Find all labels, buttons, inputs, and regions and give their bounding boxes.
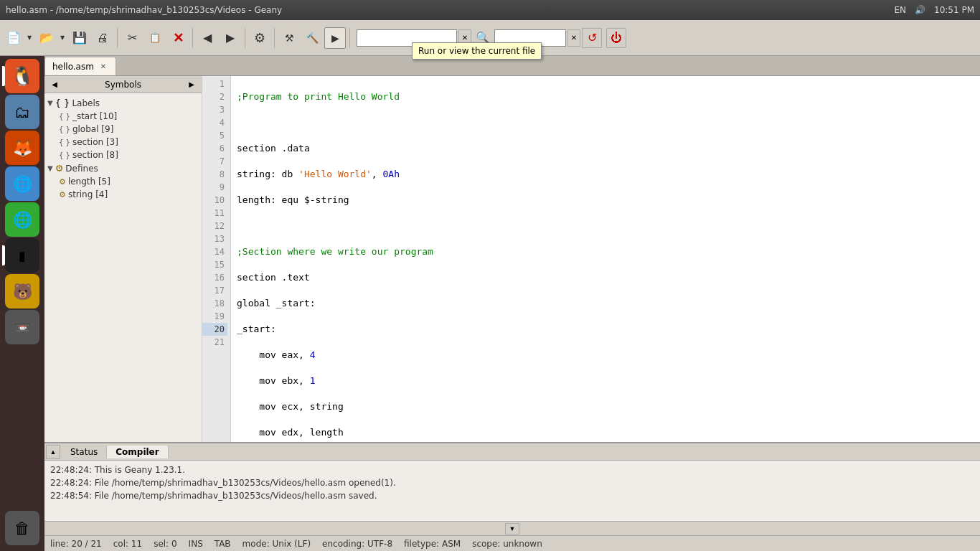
- status-tab[interactable]: Status: [62, 446, 107, 458]
- tree-section8-item[interactable]: { } section [8]: [56, 149, 202, 161]
- compile-button[interactable]: ⚒: [278, 27, 300, 49]
- code-line-11: mov eax, 4: [237, 349, 974, 362]
- line-15: 15: [202, 258, 227, 271]
- log-line-1: 22:48:24: This is Geany 1.23.1.: [50, 463, 974, 476]
- status-col: col: 11: [113, 539, 142, 549]
- build-button[interactable]: 🔨: [301, 27, 323, 49]
- bottom-log: 22:48:24: This is Geany 1.23.1. 22:48:24…: [44, 461, 980, 521]
- bottom-panel: ▲ Status Compiler 22:48:24: This is Gean…: [44, 442, 980, 535]
- run-button[interactable]: ▶: [324, 27, 346, 49]
- paste-button[interactable]: 📋: [144, 27, 166, 49]
- terminal-icon[interactable]: ▮: [5, 238, 39, 273]
- code-line-3: section .data: [237, 142, 974, 155]
- titlebar-left: hello.asm - /home/temp/shrimadhav_b13025…: [6, 5, 282, 15]
- tab-label: hello.asm: [52, 62, 94, 72]
- defines-expand-icon: ▼: [47, 164, 53, 172]
- sep1: [117, 28, 118, 48]
- tree-global-item[interactable]: { } global [9]: [56, 123, 202, 136]
- content-area: 🐧 🗂 🦊 🌐 🌐 ▮ 🐻 📼: [0, 56, 980, 551]
- line-numbers: 1 2 3 4 5 6 7 8 9 10 11 12 13: [202, 76, 231, 442]
- tree-string-item[interactable]: ⚙ string [4]: [56, 188, 202, 201]
- log-line-2: 22:48:24: File /home/temp/shrimadhav_b13…: [50, 476, 974, 489]
- tree-section3-item[interactable]: { } section [3]: [56, 136, 202, 149]
- line-14: 14: [202, 245, 227, 258]
- keyboard-indicator: EN: [894, 5, 906, 15]
- code-line-2: [237, 116, 974, 129]
- print-button[interactable]: 🖨: [92, 27, 113, 49]
- code-content[interactable]: ;Program to print Hello World section .d…: [231, 76, 980, 442]
- bottom-scroll-down-bar[interactable]: ▼: [44, 521, 980, 535]
- line-5: 5: [202, 129, 227, 142]
- symbols-panel: ◀ Symbols ▶ ▼ { } Labels { }: [44, 76, 202, 442]
- tree-defines-group[interactable]: ▼ ⚙ Defines: [44, 161, 202, 175]
- trash-icon[interactable]: 🗑: [5, 511, 39, 545]
- tree-length-item[interactable]: ⚙ length [5]: [56, 175, 202, 188]
- line-11: 11: [202, 207, 227, 220]
- line-12: 12: [202, 220, 227, 232]
- panels-row: ◀ Symbols ▶ ▼ { } Labels { }: [44, 76, 980, 442]
- app: 📄 ▼ 📂 ▼ 💾 🖨 ✂ 📋 ✕ ◀ ▶ ⚙ ⚒ 🔨 ▶ ✕ 🔍: [0, 20, 980, 551]
- sep3: [245, 28, 245, 48]
- compiler-tab[interactable]: Compiler: [107, 446, 168, 458]
- new-button[interactable]: 📄: [3, 27, 24, 49]
- sep5: [349, 28, 350, 48]
- line-8: 8: [202, 168, 227, 181]
- new-dropdown-arrow[interactable]: ▼: [24, 27, 34, 49]
- bear-icon[interactable]: 🐻: [5, 274, 39, 309]
- open-button[interactable]: 📂: [36, 27, 57, 49]
- sep2: [192, 28, 193, 48]
- code-line-8: section .text: [237, 271, 974, 284]
- replace-clear-button[interactable]: ✕: [567, 29, 580, 47]
- line-2: 2: [202, 90, 227, 103]
- line-20: 20: [202, 323, 227, 336]
- defines-children: ⚙ length [5] ⚙ string [4]: [44, 175, 202, 201]
- tree-start-item[interactable]: { } _start [10]: [56, 110, 202, 123]
- replace-go-button[interactable]: ↺: [582, 28, 602, 48]
- line-10: 10: [202, 194, 227, 207]
- symbols-left-arrow[interactable]: ◀: [49, 79, 60, 90]
- back-button[interactable]: ◀: [197, 27, 218, 49]
- save-button[interactable]: 💾: [69, 27, 90, 49]
- editor[interactable]: 1 2 3 4 5 6 7 8 9 10 11 12 13: [202, 76, 980, 442]
- code-line-4: string: db 'Hello World', 0Ah: [237, 168, 974, 181]
- line-1: 1: [202, 77, 227, 90]
- line-13: 13: [202, 232, 227, 245]
- status-mode: mode: Unix (LF): [242, 539, 311, 549]
- titlebar-right: EN 🔊 10:51 PM: [894, 5, 974, 15]
- run-tooltip: Run or view the current file: [412, 42, 542, 60]
- bottom-scroll-down[interactable]: ▼: [505, 523, 519, 534]
- open-dropdown-arrow[interactable]: ▼: [57, 27, 67, 49]
- ubuntu-icon[interactable]: 🐧: [5, 59, 39, 93]
- titlebar: hello.asm - /home/temp/shrimadhav_b13025…: [0, 0, 980, 20]
- symbols-right-arrow[interactable]: ▶: [186, 79, 197, 90]
- code-line-13: mov ecx, string: [237, 400, 974, 413]
- media-icon[interactable]: 📼: [5, 310, 39, 344]
- code-line-10: _start:: [237, 323, 974, 336]
- delete-button[interactable]: ✕: [167, 27, 189, 49]
- files-icon[interactable]: 🗂: [5, 95, 39, 129]
- editor-area: hello.asm ✕ ◀ Symbols ▶ ▼: [44, 56, 980, 551]
- line-9: 9: [202, 181, 227, 194]
- new-button-group[interactable]: 📄 ▼: [3, 27, 34, 49]
- open-button-group[interactable]: 📂 ▼: [36, 27, 67, 49]
- tab-hello-asm[interactable]: hello.asm ✕: [44, 57, 116, 75]
- status-sel: sel: 0: [154, 539, 176, 549]
- firefox-icon[interactable]: 🦊: [5, 131, 39, 165]
- tab-close-button[interactable]: ✕: [98, 62, 108, 72]
- chrome1-icon[interactable]: 🌐: [5, 166, 39, 201]
- chrome2-icon[interactable]: 🌐: [5, 202, 39, 237]
- forward-button[interactable]: ▶: [220, 27, 241, 49]
- preferences-button[interactable]: ⚙: [249, 27, 270, 49]
- bottom-scroll-up[interactable]: ▲: [46, 445, 60, 459]
- log-line-3: 22:48:54: File /home/temp/shrimadhav_b13…: [50, 489, 974, 502]
- clock: 10:51 PM: [934, 5, 974, 15]
- symbols-content: ▼ { } Labels { } _start [10] { } glob: [44, 93, 202, 442]
- cut-button[interactable]: ✂: [121, 27, 143, 49]
- line-7: 7: [202, 155, 227, 168]
- power-button[interactable]: ⏻: [606, 28, 626, 48]
- status-scope: scope: unknown: [472, 539, 542, 549]
- line-17: 17: [202, 284, 227, 297]
- code-line-1: ;Program to print Hello World: [237, 90, 974, 103]
- line-3: 3: [202, 103, 227, 116]
- tree-labels-group[interactable]: ▼ { } Labels: [44, 96, 202, 110]
